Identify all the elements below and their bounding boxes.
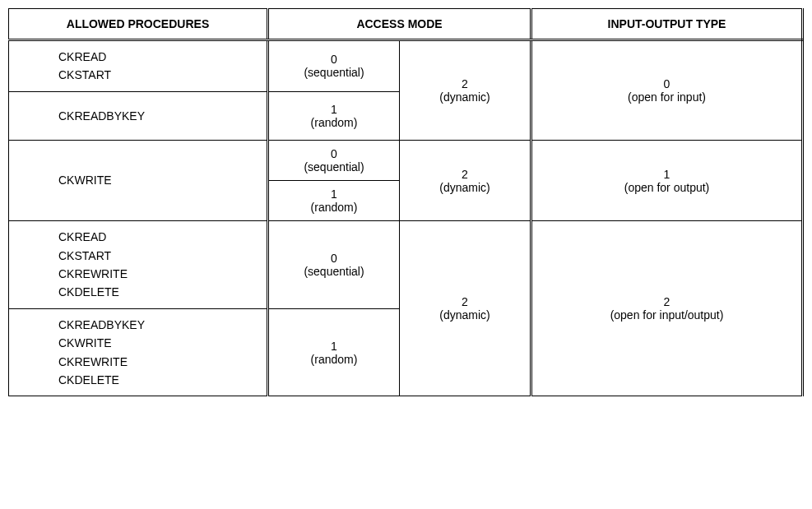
access-num: 2 [408, 77, 522, 90]
header-access-mode: ACCESS MODE [268, 9, 531, 40]
access-num: 2 [408, 168, 522, 181]
access-label: (random) [277, 116, 391, 129]
access-num: 2 [408, 295, 522, 308]
procedure-cell: CKREAD CKSTART CKREWRITE CKDELETE [9, 221, 268, 309]
io-label: (open for output) [541, 181, 793, 194]
header-procedures: ALLOWED PROCEDURES [9, 9, 268, 40]
procedure-cell: CKREAD CKSTART [9, 40, 268, 92]
proc-name: CKREAD [58, 48, 258, 66]
access-num: 0 [277, 147, 391, 160]
access-dynamic: 2 (dynamic) [400, 141, 531, 221]
access-num: 0 [277, 252, 391, 265]
access-label: (random) [277, 353, 391, 366]
proc-name: CKWRITE [58, 171, 258, 189]
proc-name: CKREWRITE [58, 265, 258, 283]
procedure-cell: CKWRITE [9, 141, 268, 221]
io-num: 0 [541, 77, 793, 90]
proc-name: CKREADBYKEY [58, 107, 258, 125]
proc-name: CKSTART [58, 66, 258, 84]
io-num: 1 [541, 168, 793, 181]
io-type-cell: 1 (open for output) [531, 141, 803, 221]
io-label: (open for input) [541, 90, 793, 104]
proc-name: CKDELETE [58, 283, 258, 301]
access-label: (random) [277, 201, 391, 214]
table-row: CKREAD CKSTART CKREWRITE CKDELETE 0 (seq… [9, 221, 803, 309]
access-label: (sequential) [277, 160, 391, 174]
access-num: 1 [277, 340, 391, 353]
access-label: (sequential) [277, 66, 391, 79]
access-random: 1 (random) [268, 91, 400, 140]
io-type-cell: 0 (open for input) [531, 40, 803, 141]
access-label: (sequential) [277, 265, 391, 278]
header-row: ALLOWED PROCEDURES ACCESS MODE INPUT-OUT… [9, 9, 803, 40]
procedure-cell: CKREADBYKEY [9, 91, 268, 140]
io-label: (open for input/output) [541, 308, 793, 322]
access-dynamic: 2 (dynamic) [400, 221, 531, 396]
procedures-table: ALLOWED PROCEDURES ACCESS MODE INPUT-OUT… [8, 8, 804, 396]
access-dynamic: 2 (dynamic) [400, 40, 531, 141]
table-row: CKWRITE 0 (sequential) 2 (dynamic) 1 (op… [9, 141, 803, 181]
access-random: 1 (random) [268, 181, 400, 221]
procedure-cell: CKREADBYKEY CKWRITE CKREWRITE CKDELETE [9, 308, 268, 396]
access-sequential: 0 (sequential) [268, 40, 400, 92]
access-num: 0 [277, 53, 391, 66]
proc-name: CKREWRITE [58, 353, 258, 371]
proc-name: CKWRITE [58, 334, 258, 352]
proc-name: CKREADBYKEY [58, 316, 258, 334]
header-io-type: INPUT-OUTPUT TYPE [531, 9, 803, 40]
access-label: (dynamic) [408, 308, 522, 322]
access-num: 1 [277, 187, 391, 201]
access-num: 1 [277, 103, 391, 116]
io-num: 2 [541, 295, 793, 308]
table-row: CKREAD CKSTART 0 (sequential) 2 (dynamic… [9, 40, 803, 92]
proc-name: CKDELETE [58, 371, 258, 389]
io-type-cell: 2 (open for input/output) [531, 221, 803, 396]
access-random: 1 (random) [268, 308, 400, 396]
access-sequential: 0 (sequential) [268, 221, 400, 309]
access-label: (dynamic) [408, 181, 522, 194]
access-sequential: 0 (sequential) [268, 141, 400, 181]
access-label: (dynamic) [408, 90, 522, 104]
proc-name: CKREAD [58, 228, 258, 246]
proc-name: CKSTART [58, 247, 258, 265]
